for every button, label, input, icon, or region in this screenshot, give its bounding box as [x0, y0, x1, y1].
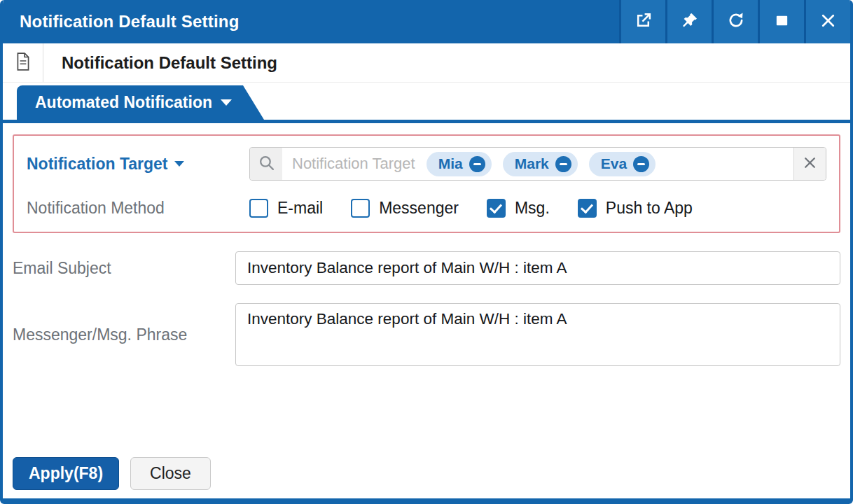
- email-subject-label: Email Subject: [13, 259, 235, 278]
- refresh-button[interactable]: [712, 0, 758, 43]
- search-button[interactable]: [250, 148, 282, 180]
- target-chip-mia: Mia: [426, 152, 492, 176]
- checkbox-label: E-mail: [277, 199, 323, 218]
- close-icon: [819, 12, 837, 32]
- notification-method-row: Notification Method E-mail Messenger Msg…: [27, 199, 826, 218]
- checkbox-box[interactable]: [487, 199, 506, 218]
- chevron-down-icon: [221, 99, 232, 106]
- tab-automated-notification[interactable]: Automated Notification: [17, 85, 264, 120]
- target-chip-mark: Mark: [503, 152, 578, 176]
- checkbox-box[interactable]: [578, 199, 597, 218]
- messenger-phrase-label: Messenger/Msg. Phrase: [13, 326, 235, 344]
- checkbox-messenger[interactable]: Messenger: [351, 199, 459, 218]
- page-title: Notification Default Setting: [43, 53, 277, 73]
- checkbox-email[interactable]: E-mail: [249, 199, 323, 218]
- notification-highlight-box: Notification Target Notification Target …: [13, 134, 840, 233]
- apply-button[interactable]: Apply(F8): [13, 457, 119, 490]
- pin-button[interactable]: [665, 0, 712, 43]
- form-content: Notification Target Notification Target …: [3, 123, 850, 457]
- close-icon: [803, 155, 817, 173]
- open-in-new-icon: [634, 12, 652, 32]
- chevron-down-icon: [174, 161, 184, 167]
- maximize-button[interactable]: [758, 0, 804, 43]
- refresh-icon: [727, 11, 745, 32]
- titlebar-icons: [619, 0, 850, 43]
- page-header: Notification Default Setting: [3, 43, 850, 83]
- chip-label: Eva: [601, 155, 627, 172]
- email-subject-input[interactable]: [235, 251, 840, 285]
- clear-input-button[interactable]: [793, 148, 826, 180]
- maximize-icon: [774, 13, 790, 31]
- pin-icon: [681, 12, 698, 31]
- chip-remove-button[interactable]: [469, 156, 485, 172]
- document-icon: [15, 52, 31, 74]
- chip-remove-button[interactable]: [633, 156, 649, 172]
- open-in-new-button[interactable]: [619, 0, 665, 43]
- footer-buttons: Apply(F8) Close: [3, 457, 850, 498]
- notification-target-label[interactable]: Notification Target: [27, 155, 249, 174]
- notification-method-label: Notification Method: [27, 199, 249, 218]
- checkbox-box[interactable]: [351, 199, 370, 218]
- notification-default-setting-window: Notification Default Setting: [0, 0, 853, 504]
- chip-label: Mia: [438, 155, 463, 172]
- document-icon-cell: [3, 43, 43, 82]
- tab-label: Automated Notification: [35, 93, 212, 112]
- notification-target-placeholder: Notification Target: [292, 155, 415, 173]
- checkbox-push-to-app[interactable]: Push to App: [578, 199, 693, 218]
- chip-remove-button[interactable]: [555, 156, 571, 172]
- checkbox-label: Messenger: [379, 199, 459, 218]
- checkbox-msg[interactable]: Msg.: [487, 199, 550, 218]
- close-window-button[interactable]: Close: [130, 457, 211, 490]
- messenger-phrase-input[interactable]: Inventory Balance report of Main W/H : i…: [235, 303, 840, 366]
- window-title: Notification Default Setting: [20, 12, 240, 31]
- checkbox-label: Push to App: [606, 199, 693, 218]
- titlebar: Notification Default Setting: [3, 0, 850, 43]
- notification-target-label-text: Notification Target: [27, 155, 167, 174]
- notification-target-input[interactable]: Notification Target Mia Mark Eva: [249, 147, 826, 181]
- close-button[interactable]: [804, 0, 850, 43]
- tab-bar: Automated Notification: [3, 83, 850, 123]
- target-chip-eva: Eva: [589, 152, 656, 176]
- notification-method-options: E-mail Messenger Msg. Push to App: [249, 199, 693, 218]
- checkbox-label: Msg.: [515, 199, 550, 218]
- checkbox-box[interactable]: [249, 199, 268, 218]
- messenger-phrase-row: Messenger/Msg. Phrase Inventory Balance …: [13, 303, 840, 366]
- chip-label: Mark: [515, 155, 549, 172]
- search-icon: [258, 154, 275, 174]
- target-chips: Mia Mark Eva: [426, 152, 656, 176]
- notification-target-row: Notification Target Notification Target …: [27, 147, 826, 181]
- email-subject-row: Email Subject: [13, 251, 840, 285]
